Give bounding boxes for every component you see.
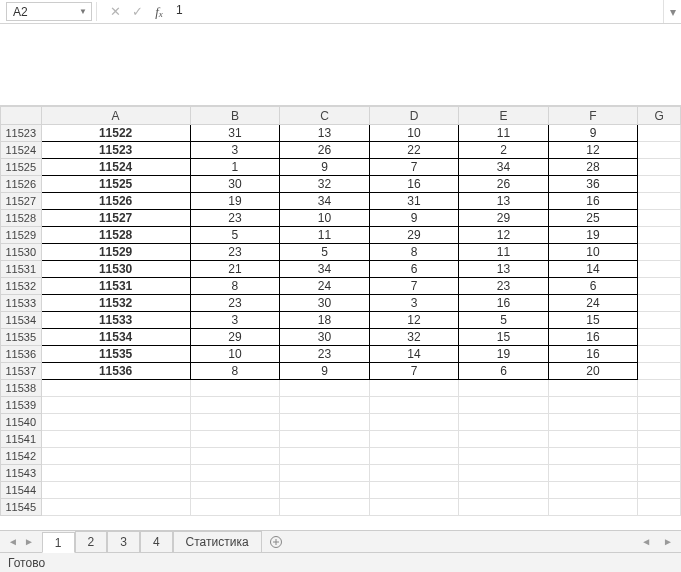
cell[interactable]: 5 — [280, 244, 370, 261]
cell[interactable] — [190, 431, 280, 448]
cell[interactable]: 16 — [548, 193, 638, 210]
cell[interactable] — [369, 499, 459, 516]
col-header-A[interactable]: A — [41, 107, 190, 125]
row-header[interactable]: 11527 — [1, 193, 42, 210]
cell[interactable]: 11532 — [41, 295, 190, 312]
cell[interactable] — [548, 431, 638, 448]
cell[interactable] — [369, 448, 459, 465]
cell[interactable] — [548, 448, 638, 465]
cell[interactable] — [280, 380, 370, 397]
cell[interactable]: 3 — [190, 312, 280, 329]
col-header-D[interactable]: D — [369, 107, 459, 125]
cell[interactable] — [459, 431, 549, 448]
cell[interactable] — [638, 448, 681, 465]
cell[interactable]: 2 — [459, 142, 549, 159]
cell[interactable]: 11526 — [41, 193, 190, 210]
fx-icon[interactable]: fx — [148, 0, 170, 23]
sheet-tab[interactable]: 3 — [107, 531, 140, 552]
cell[interactable]: 25 — [548, 210, 638, 227]
cell[interactable] — [638, 312, 681, 329]
cell[interactable] — [638, 397, 681, 414]
row-header[interactable]: 11535 — [1, 329, 42, 346]
cell[interactable] — [638, 227, 681, 244]
cell[interactable]: 23 — [190, 244, 280, 261]
cell[interactable]: 31 — [369, 193, 459, 210]
cell[interactable]: 32 — [280, 176, 370, 193]
cell[interactable]: 18 — [280, 312, 370, 329]
row-header[interactable]: 11540 — [1, 414, 42, 431]
cell[interactable]: 12 — [459, 227, 549, 244]
cell[interactable] — [638, 278, 681, 295]
chevron-down-icon[interactable]: ▼ — [79, 7, 87, 16]
cell[interactable] — [638, 159, 681, 176]
row-header[interactable]: 11544 — [1, 482, 42, 499]
cell[interactable] — [638, 125, 681, 142]
cell[interactable] — [459, 499, 549, 516]
row-header[interactable]: 11543 — [1, 465, 42, 482]
cell[interactable]: 10 — [280, 210, 370, 227]
row-header[interactable]: 11541 — [1, 431, 42, 448]
accept-formula-icon[interactable]: ✓ — [126, 0, 148, 23]
row-header[interactable]: 11538 — [1, 380, 42, 397]
cell[interactable]: 13 — [459, 193, 549, 210]
cell[interactable] — [638, 176, 681, 193]
row-header[interactable]: 11532 — [1, 278, 42, 295]
cell[interactable] — [190, 482, 280, 499]
cell[interactable]: 20 — [548, 363, 638, 380]
col-header-C[interactable]: C — [280, 107, 370, 125]
cell[interactable]: 13 — [459, 261, 549, 278]
name-box[interactable]: A2 ▼ — [6, 2, 92, 21]
spreadsheet-grid[interactable]: ABCDEFG115231152231131011911524115233262… — [0, 106, 681, 530]
cell[interactable] — [280, 499, 370, 516]
cell[interactable] — [638, 295, 681, 312]
row-header[interactable]: 11531 — [1, 261, 42, 278]
cell[interactable]: 14 — [548, 261, 638, 278]
row-header[interactable]: 11536 — [1, 346, 42, 363]
cell[interactable]: 9 — [280, 159, 370, 176]
cell[interactable]: 13 — [280, 125, 370, 142]
add-sheet-button[interactable] — [262, 531, 290, 552]
cell[interactable]: 26 — [280, 142, 370, 159]
cell[interactable]: 7 — [369, 159, 459, 176]
cell[interactable] — [369, 414, 459, 431]
cell[interactable] — [190, 465, 280, 482]
cell[interactable]: 11 — [459, 244, 549, 261]
cell[interactable]: 9 — [280, 363, 370, 380]
cell[interactable]: 6 — [459, 363, 549, 380]
cell[interactable] — [638, 431, 681, 448]
cell[interactable] — [41, 397, 190, 414]
col-header-F[interactable]: F — [548, 107, 638, 125]
cell[interactable] — [280, 414, 370, 431]
sheet-tab[interactable]: 2 — [75, 531, 108, 552]
cell[interactable]: 3 — [190, 142, 280, 159]
cell[interactable] — [190, 414, 280, 431]
row-header[interactable]: 11537 — [1, 363, 42, 380]
expand-formula-bar-icon[interactable]: ▾ — [663, 0, 681, 23]
cell[interactable] — [548, 499, 638, 516]
cell[interactable]: 11528 — [41, 227, 190, 244]
cell[interactable] — [548, 414, 638, 431]
cell[interactable] — [548, 397, 638, 414]
cell[interactable] — [41, 414, 190, 431]
row-header[interactable]: 11545 — [1, 499, 42, 516]
cell[interactable] — [190, 448, 280, 465]
sheet-tab[interactable]: 1 — [42, 532, 75, 553]
cell[interactable]: 26 — [459, 176, 549, 193]
cell[interactable]: 24 — [548, 295, 638, 312]
sheet-tab[interactable]: 4 — [140, 531, 173, 552]
cell[interactable] — [190, 397, 280, 414]
hscroll[interactable]: ◄ ► — [633, 531, 681, 552]
cell[interactable]: 23 — [190, 295, 280, 312]
cell[interactable]: 11524 — [41, 159, 190, 176]
cell[interactable]: 32 — [369, 329, 459, 346]
cell[interactable]: 11534 — [41, 329, 190, 346]
cell[interactable]: 16 — [459, 295, 549, 312]
cell[interactable]: 19 — [459, 346, 549, 363]
cell[interactable]: 30 — [190, 176, 280, 193]
cell[interactable]: 15 — [548, 312, 638, 329]
cell[interactable] — [548, 482, 638, 499]
row-header[interactable]: 11539 — [1, 397, 42, 414]
row-header[interactable]: 11530 — [1, 244, 42, 261]
cell[interactable]: 24 — [280, 278, 370, 295]
scroll-left-icon[interactable]: ◄ — [641, 536, 651, 547]
